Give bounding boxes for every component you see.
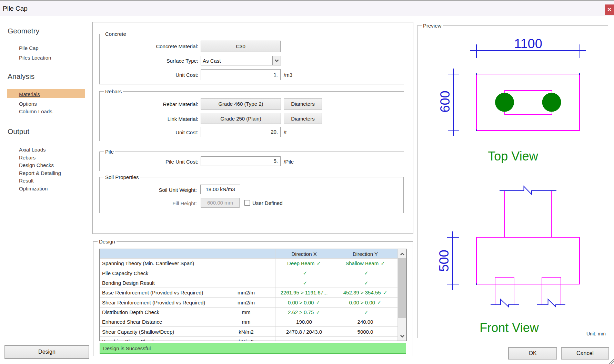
svg-text:Top View: Top View bbox=[488, 149, 538, 163]
svg-text:500: 500 bbox=[437, 250, 451, 271]
svg-text:1100: 1100 bbox=[514, 37, 542, 51]
svg-text:Front View: Front View bbox=[480, 321, 539, 335]
svg-text:600: 600 bbox=[438, 91, 452, 112]
